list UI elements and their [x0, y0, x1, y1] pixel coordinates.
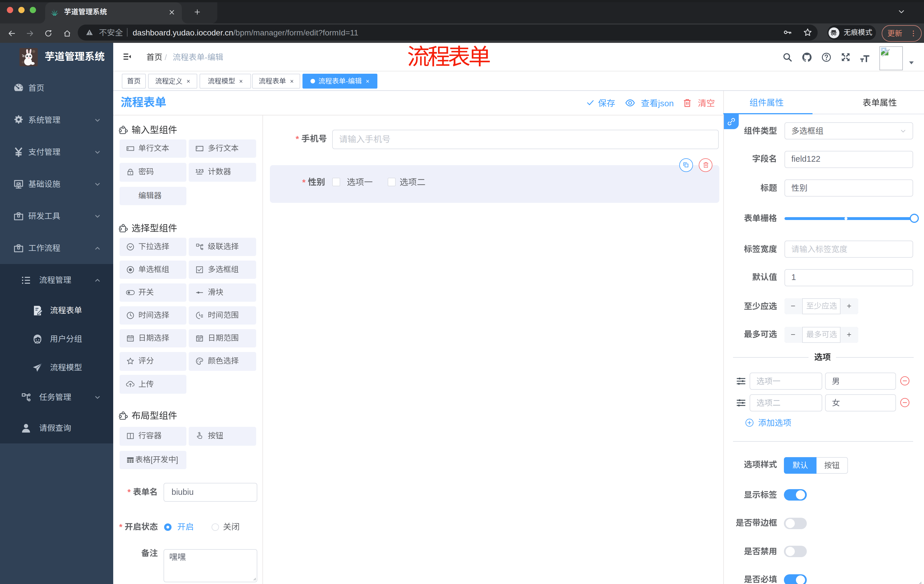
- svg-text:123: 123: [196, 168, 204, 174]
